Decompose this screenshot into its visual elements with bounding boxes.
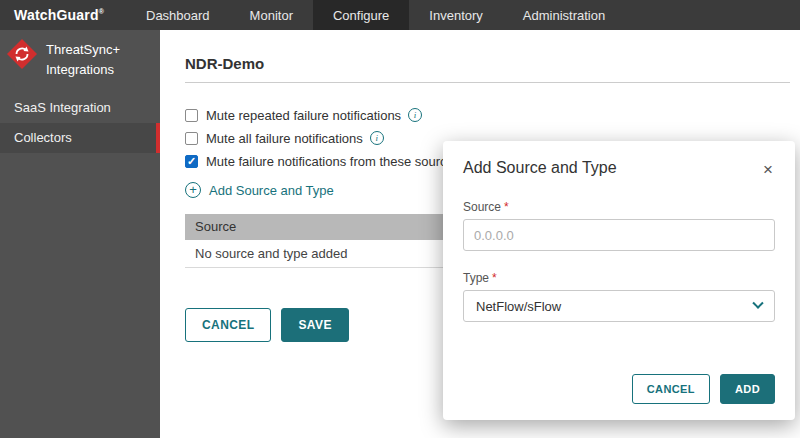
type-field-label: Type* bbox=[463, 271, 775, 285]
sidebar-title-line2: Integrations bbox=[46, 60, 120, 80]
nav-monitor[interactable]: Monitor bbox=[230, 0, 313, 30]
required-asterisk: * bbox=[504, 200, 509, 214]
required-asterisk: * bbox=[492, 271, 497, 285]
checkbox-box[interactable] bbox=[185, 155, 198, 168]
save-button[interactable]: SAVE bbox=[281, 308, 348, 342]
cancel-button[interactable]: CANCEL bbox=[185, 308, 271, 342]
app-window: WatchGuard® Dashboard Monitor Configure … bbox=[0, 0, 800, 438]
sidebar-header: ThreatSync+ Integrations bbox=[0, 30, 160, 93]
checkbox-label: Mute all failure notifications bbox=[206, 131, 363, 146]
modal-cancel-button[interactable]: CANCEL bbox=[632, 374, 710, 404]
modal-add-button[interactable]: ADD bbox=[720, 374, 775, 404]
threatsync-icon bbox=[6, 38, 38, 70]
close-icon[interactable]: × bbox=[761, 159, 775, 180]
chevron-down-icon bbox=[752, 298, 763, 309]
type-select[interactable]: NetFlow/sFlow bbox=[463, 290, 775, 322]
sidebar: ThreatSync+ Integrations SaaS Integratio… bbox=[0, 30, 160, 438]
plus-icon: + bbox=[185, 182, 201, 198]
modal-header: Add Source and Type × bbox=[463, 159, 775, 180]
nav-dashboard[interactable]: Dashboard bbox=[126, 0, 230, 30]
page-actions: CANCEL SAVE bbox=[185, 308, 349, 342]
page-title: NDR-Demo bbox=[185, 55, 264, 72]
source-field: Source* bbox=[463, 200, 775, 251]
checkbox-box[interactable] bbox=[185, 109, 198, 122]
info-icon[interactable]: i bbox=[370, 131, 384, 145]
add-source-and-type-modal: Add Source and Type × Source* Type* NetF… bbox=[443, 141, 795, 420]
registered-mark: ® bbox=[99, 8, 104, 15]
modal-actions: CANCEL ADD bbox=[632, 374, 775, 404]
source-input[interactable] bbox=[463, 219, 775, 251]
checkbox-mute-all-failures[interactable]: Mute all failure notifications i bbox=[185, 128, 384, 148]
checkbox-box[interactable] bbox=[185, 132, 198, 145]
sidebar-title-line1: ThreatSync+ bbox=[46, 40, 120, 60]
checkbox-label: Mute repeated failure notifications bbox=[206, 108, 401, 123]
title-divider bbox=[185, 82, 790, 83]
checkbox-mute-from-sources[interactable]: Mute failure notifications from these so… bbox=[185, 151, 481, 171]
nav-inventory[interactable]: Inventory bbox=[409, 0, 502, 30]
type-field: Type* NetFlow/sFlow bbox=[463, 271, 775, 322]
nav-configure[interactable]: Configure bbox=[313, 0, 409, 30]
checkbox-mute-repeated-failures[interactable]: Mute repeated failure notifications i bbox=[185, 105, 422, 125]
checkbox-label: Mute failure notifications from these so… bbox=[206, 154, 460, 169]
info-icon[interactable]: i bbox=[408, 108, 422, 122]
sidebar-title: ThreatSync+ Integrations bbox=[46, 38, 120, 79]
add-source-type-button[interactable]: + Add Source and Type bbox=[185, 182, 334, 198]
sidebar-item-saas-integration[interactable]: SaaS Integration bbox=[0, 93, 160, 123]
brand-name: WatchGuard® bbox=[14, 7, 104, 23]
brand-logo[interactable]: WatchGuard® bbox=[0, 0, 112, 30]
modal-title: Add Source and Type bbox=[463, 159, 617, 177]
sidebar-item-collectors[interactable]: Collectors bbox=[0, 123, 160, 153]
source-field-label: Source* bbox=[463, 200, 775, 214]
top-navigation: WatchGuard® Dashboard Monitor Configure … bbox=[0, 0, 800, 30]
add-source-type-label: Add Source and Type bbox=[209, 183, 334, 198]
nav-menu: Dashboard Monitor Configure Inventory Ad… bbox=[126, 0, 625, 30]
type-select-value: NetFlow/sFlow bbox=[476, 299, 561, 314]
nav-administration[interactable]: Administration bbox=[503, 0, 625, 30]
